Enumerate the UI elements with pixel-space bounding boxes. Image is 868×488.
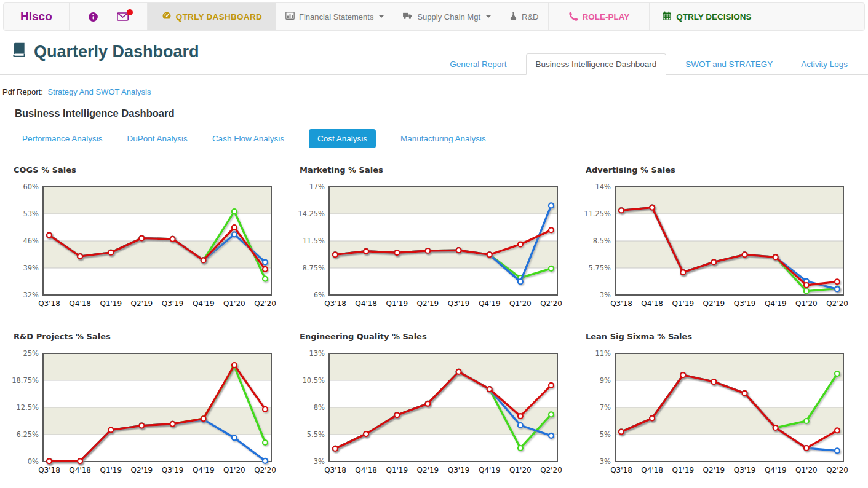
analysis-subtabs: Performance Analysis DuPont Analysis Cas… [22,129,868,148]
svg-text:53%: 53% [23,210,39,218]
subtab-cash-flow-analysis[interactable]: Cash Flow Analysis [212,134,284,143]
nav-rd[interactable]: R&D [500,3,547,30]
svg-text:3%: 3% [600,457,611,466]
svg-text:Q4'18: Q4'18 [355,299,377,308]
nav-supply-chain-mgt[interactable]: Supply Chain Mgt [393,3,500,30]
flask-icon [509,11,517,22]
nav-role-play[interactable]: ROLE-PLAY [548,3,650,30]
tab-business-intelligence-dashboard[interactable]: Business Intelligence Dashboard [526,53,667,75]
page-header: Quarterly Dashboard General Report Busin… [0,33,868,75]
pdf-report-link[interactable]: Strategy And SWOT Analysis [47,87,151,96]
svg-text:Q3'19: Q3'19 [734,299,756,308]
svg-text:6%: 6% [314,291,325,299]
svg-text:Q1'20: Q1'20 [223,299,245,308]
envelope-icon[interactable] [117,12,129,21]
svg-text:Q4'19: Q4'19 [479,299,501,308]
svg-text:7%: 7% [600,403,611,412]
svg-text:Q4'18: Q4'18 [355,466,377,474]
svg-text:Q2'20: Q2'20 [254,466,276,474]
navbar-icon-group [70,3,147,30]
chart-canvas-3[interactable]: 3%5.75%8.5%11.25%14%Q3'18Q4'18Q1'19Q2'19… [586,183,846,322]
subtab-cost-analysis[interactable]: Cost Analysis [309,129,376,148]
svg-text:5.5%: 5.5% [307,430,325,439]
chart-title: Marketing % Sales [300,165,560,175]
svg-text:8%: 8% [314,403,325,412]
svg-text:5%: 5% [600,430,611,439]
svg-text:Q1'19: Q1'19 [386,466,408,474]
svg-text:Q2'19: Q2'19 [417,466,439,474]
svg-text:Q3'18: Q3'18 [324,466,346,474]
chevron-down-icon [486,15,491,18]
tab-general-report[interactable]: General Report [440,54,516,74]
svg-text:Q2'20: Q2'20 [254,299,276,308]
nav-item-label: ROLE-PLAY [583,12,630,22]
svg-text:Q3'19: Q3'19 [162,466,184,474]
subtab-dupont-analysis[interactable]: DuPont Analysis [127,134,188,143]
tab-swot-and-strategy[interactable]: SWOT and STRATEGY [676,54,782,74]
pdf-report-label: Pdf Report: [2,87,43,96]
chart-title: R&D Projects % Sales [14,332,274,341]
nav-qtrly-dashboard[interactable]: QTRLY DASHBOARD [148,3,276,30]
svg-text:3%: 3% [314,457,325,466]
gauge-icon [162,11,172,23]
svg-text:5.75%: 5.75% [588,264,611,272]
chart-card-3: Advertising % Sales3%5.75%8.5%11.25%14%Q… [586,165,846,322]
svg-text:0%: 0% [28,457,39,466]
pdf-report-row: Pdf Report: Strategy And SWOT Analysis [0,75,868,96]
main-tabs: General Report Business Intelligence Das… [436,53,862,74]
svg-text:Q2'20: Q2'20 [540,299,562,308]
svg-text:60%: 60% [23,183,39,191]
svg-text:9%: 9% [600,376,611,385]
chart-canvas-4[interactable]: 0%6.25%12.5%18.75%25%Q3'18Q4'18Q1'19Q2'1… [14,350,274,488]
svg-text:Q1'20: Q1'20 [795,466,818,474]
svg-text:Q4'19: Q4'19 [765,299,787,308]
svg-text:39%: 39% [23,264,39,272]
svg-text:Q2'19: Q2'19 [703,299,725,308]
svg-text:14%: 14% [595,183,611,191]
svg-text:Q3'18: Q3'18 [38,299,60,308]
top-navbar: Hisco QTRLY DASHBOARD Financial Statemen… [3,2,865,31]
tab-activity-logs[interactable]: Activity Logs [792,54,857,74]
svg-text:18.75%: 18.75% [12,376,39,385]
page-title: Quarterly Dashboard [11,42,199,62]
svg-text:6.25%: 6.25% [16,430,39,439]
book-icon [11,42,27,62]
chart-canvas-2[interactable]: 6%8.75%11.5%14.25%17%Q3'18Q4'18Q1'19Q2'1… [300,183,560,322]
svg-text:25%: 25% [23,349,39,358]
svg-text:10.5%: 10.5% [302,376,325,385]
chart-card-6: Lean Sig Sixma % Sales3%5%7%9%11%Q3'18Q4… [586,332,846,488]
svg-text:Q3'18: Q3'18 [610,299,632,308]
chevron-down-icon [379,15,384,18]
svg-text:Q1'19: Q1'19 [672,466,694,474]
nav-item-label: Financial Statements [299,12,373,22]
chart-canvas-5[interactable]: 3%5.5%8%10.5%13%Q3'18Q4'18Q1'19Q2'19Q3'1… [300,350,560,488]
svg-text:Q4'18: Q4'18 [69,299,91,308]
svg-text:11%: 11% [595,349,611,358]
chart-title: Lean Sig Sixma % Sales [586,332,846,341]
brand-logo[interactable]: Hisco [4,3,69,30]
subtab-performance-analysis[interactable]: Performance Analysis [22,134,103,143]
svg-text:Q1'19: Q1'19 [100,466,122,474]
chart-canvas-6[interactable]: 3%5%7%9%11%Q3'18Q4'18Q1'19Q2'19Q3'19Q4'1… [586,350,846,488]
subtab-manufacturing-analysis[interactable]: Manufacturing Analysis [400,134,486,143]
svg-text:3%: 3% [600,291,611,299]
svg-text:Q3'18: Q3'18 [324,299,346,308]
info-icon[interactable] [88,12,98,22]
svg-text:Q3'19: Q3'19 [448,466,470,474]
truck-icon [402,12,413,22]
svg-text:17%: 17% [309,183,325,191]
chart-canvas-1[interactable]: 32%39%46%53%60%Q3'18Q4'18Q1'19Q2'19Q3'19… [14,183,274,322]
svg-text:Q1'20: Q1'20 [509,466,532,474]
chart-card-5: Engineering Quality % Sales3%5.5%8%10.5%… [300,332,560,488]
svg-text:Q4'18: Q4'18 [69,466,91,474]
chart-card-2: Marketing % Sales6%8.75%11.5%14.25%17%Q3… [300,165,560,322]
svg-text:12.5%: 12.5% [16,403,39,412]
nav-qtrly-decisions[interactable]: QTRLY DECISIONS [650,3,763,30]
svg-text:Q1'19: Q1'19 [100,299,122,308]
nav-financial-statements[interactable]: Financial Statements [276,3,393,30]
bar-chart-icon [285,12,295,22]
svg-text:Q2'20: Q2'20 [826,299,848,308]
svg-text:Q2'19: Q2'19 [703,466,725,474]
svg-text:Q2'20: Q2'20 [826,466,848,474]
svg-text:Q2'19: Q2'19 [131,299,153,308]
